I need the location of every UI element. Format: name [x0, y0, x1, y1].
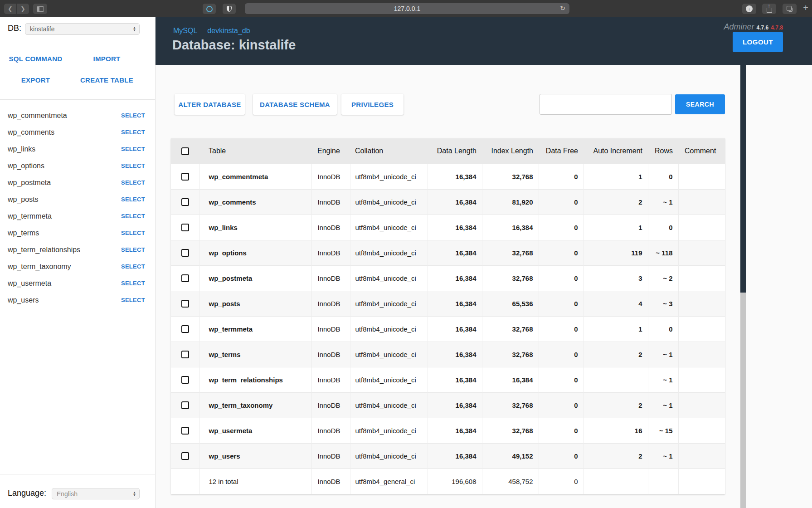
rows-link[interactable]: ~ 3: [648, 291, 678, 316]
sidebar-select-link[interactable]: SELECT: [121, 196, 145, 203]
rows-link[interactable]: ~ 1: [648, 189, 678, 215]
data-length-link[interactable]: 16,384: [428, 342, 482, 367]
index-length-link[interactable]: 32,768: [482, 164, 539, 189]
row-checkbox[interactable]: [181, 274, 189, 282]
data-free-link[interactable]: 0: [539, 443, 583, 469]
privacy-shield-button[interactable]: [223, 4, 236, 14]
sidebar-table-link[interactable]: wp_commentmeta: [8, 112, 67, 120]
sidebar-select-link[interactable]: SELECT: [121, 129, 145, 136]
downloads-button[interactable]: ↓: [742, 4, 756, 14]
row-checkbox[interactable]: [181, 351, 189, 358]
table-name-link[interactable]: wp_term_taxonomy: [199, 392, 311, 418]
rows-link[interactable]: ~ 1: [648, 342, 678, 367]
row-checkbox[interactable]: [181, 325, 189, 333]
data-free-link[interactable]: 0: [539, 392, 583, 418]
rows-link[interactable]: 0: [648, 164, 678, 189]
rows-link[interactable]: ~ 1: [648, 443, 678, 469]
sidebar-table-link[interactable]: wp_terms: [8, 229, 39, 237]
index-length-link[interactable]: 81,920: [482, 189, 539, 215]
language-select[interactable]: English ▲▼: [52, 488, 140, 499]
sidebar-table-link[interactable]: wp_term_taxonomy: [8, 263, 71, 271]
sidebar-select-link[interactable]: SELECT: [121, 146, 145, 152]
address-bar[interactable]: 127.0.0.1 ↻: [245, 3, 569, 14]
auto-increment-link[interactable]: 1: [583, 164, 648, 189]
rows-link[interactable]: ~ 2: [648, 265, 678, 291]
browser-back-button[interactable]: ❮: [4, 4, 16, 14]
rows-link[interactable]: ~ 1: [648, 392, 678, 418]
data-free-link[interactable]: 0: [539, 164, 583, 189]
index-length-link[interactable]: 32,768: [482, 342, 539, 367]
data-free-link[interactable]: 0: [539, 418, 583, 443]
table-name-link[interactable]: wp_options: [199, 240, 311, 265]
data-length-link[interactable]: 16,384: [428, 240, 482, 265]
data-free-link[interactable]: 0: [539, 291, 583, 316]
auto-increment-link[interactable]: 4: [583, 291, 648, 316]
row-checkbox[interactable]: [181, 249, 189, 257]
index-length-link[interactable]: 65,536: [482, 291, 539, 316]
sidebar-select-link[interactable]: SELECT: [121, 162, 145, 169]
auto-increment-link[interactable]: [583, 367, 648, 392]
table-name-link[interactable]: wp_commentmeta: [199, 164, 311, 189]
data-length-link[interactable]: 16,384: [428, 443, 482, 469]
adminer-new-version-link[interactable]: 4.7.8: [771, 24, 783, 31]
table-name-link[interactable]: wp_termmeta: [199, 316, 311, 342]
auto-increment-link[interactable]: 2: [583, 342, 648, 367]
rows-link[interactable]: ~ 1: [648, 367, 678, 392]
password-extension-button[interactable]: [203, 4, 216, 14]
row-checkbox[interactable]: [181, 376, 189, 384]
sidebar-select-link[interactable]: SELECT: [121, 263, 145, 270]
browser-sidebar-toggle-button[interactable]: [33, 4, 47, 14]
table-name-link[interactable]: wp_users: [199, 443, 311, 469]
row-checkbox[interactable]: [181, 173, 189, 181]
data-free-link[interactable]: 0: [539, 316, 583, 342]
sidebar-select-link[interactable]: SELECT: [121, 280, 145, 287]
create-table-link[interactable]: CREATE TABLE: [80, 76, 133, 84]
data-length-link[interactable]: 16,384: [428, 316, 482, 342]
table-name-link[interactable]: wp_terms: [199, 342, 311, 367]
sidebar-table-link[interactable]: wp_links: [8, 145, 35, 153]
data-free-link[interactable]: 0: [539, 265, 583, 291]
tab-overview-button[interactable]: [783, 4, 797, 14]
row-checkbox[interactable]: [181, 452, 189, 460]
row-checkbox[interactable]: [181, 198, 189, 206]
row-checkbox[interactable]: [181, 224, 189, 231]
data-length-link[interactable]: 16,384: [428, 189, 482, 215]
data-free-link[interactable]: 0: [539, 367, 583, 392]
data-free-link[interactable]: 0: [539, 215, 583, 240]
index-length-link[interactable]: 32,768: [482, 418, 539, 443]
sidebar-select-link[interactable]: SELECT: [121, 112, 145, 119]
sidebar-select-link[interactable]: SELECT: [121, 246, 145, 253]
row-checkbox[interactable]: [181, 300, 189, 308]
data-free-link[interactable]: 0: [539, 240, 583, 265]
auto-increment-link[interactable]: 16: [583, 418, 648, 443]
alter-database-button[interactable]: ALTER DATABASE: [175, 94, 245, 115]
index-length-link[interactable]: 16,384: [482, 215, 539, 240]
rows-link[interactable]: 0: [648, 316, 678, 342]
scrollbar-thumb[interactable]: [740, 65, 746, 293]
sidebar-select-link[interactable]: SELECT: [121, 297, 145, 303]
select-all-checkbox[interactable]: [181, 147, 189, 155]
export-link[interactable]: EXPORT: [21, 76, 50, 84]
auto-increment-link[interactable]: 119: [583, 240, 648, 265]
breadcrumb-server-link[interactable]: MySQL: [173, 27, 197, 35]
data-length-link[interactable]: 16,384: [428, 367, 482, 392]
data-length-link[interactable]: 16,384: [428, 164, 482, 189]
rows-link[interactable]: ~ 118: [648, 240, 678, 265]
logout-button[interactable]: LOGOUT: [733, 32, 783, 52]
import-link[interactable]: IMPORT: [93, 55, 120, 63]
browser-forward-button[interactable]: ❯: [17, 4, 29, 14]
sidebar-table-link[interactable]: wp_postmeta: [8, 179, 51, 187]
page-scrollbar[interactable]: [740, 65, 746, 508]
index-length-link[interactable]: 32,768: [482, 240, 539, 265]
table-name-link[interactable]: wp_usermeta: [199, 418, 311, 443]
rows-link[interactable]: 0: [648, 215, 678, 240]
table-name-link[interactable]: wp_postmeta: [199, 265, 311, 291]
reload-icon[interactable]: ↻: [560, 5, 565, 12]
database-schema-button[interactable]: DATABASE SCHEMA: [253, 94, 337, 115]
auto-increment-link[interactable]: 3: [583, 265, 648, 291]
row-checkbox[interactable]: [181, 427, 189, 435]
sql-command-link[interactable]: SQL COMMAND: [9, 55, 62, 63]
index-length-link[interactable]: 32,768: [482, 392, 539, 418]
auto-increment-link[interactable]: 2: [583, 189, 648, 215]
table-name-link[interactable]: wp_term_relationships: [199, 367, 311, 392]
